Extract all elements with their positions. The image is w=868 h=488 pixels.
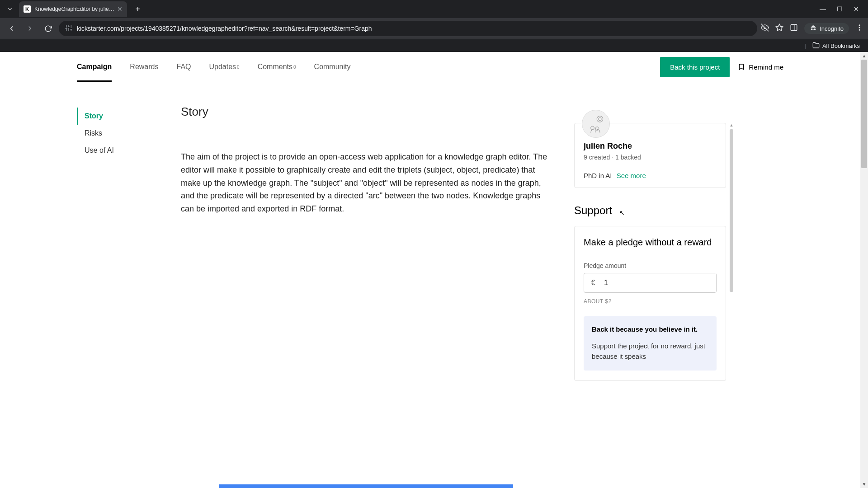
page: Campaign Rewards FAQ Updates0 Comments0 … <box>0 52 868 488</box>
bookmarks-bar: | All Bookmarks <box>0 39 868 52</box>
back-project-button[interactable]: Back this project <box>660 57 730 77</box>
sidebar-item-story[interactable]: Story <box>77 108 158 125</box>
tab-comments[interactable]: Comments0 <box>258 52 296 82</box>
media-progress-bar <box>219 484 513 488</box>
maximize-icon[interactable]: ☐ <box>837 5 843 13</box>
svg-point-16 <box>597 116 603 122</box>
window-controls: ― ☐ ✕ <box>820 5 868 13</box>
pledge-info-box: Back it because you believe in it. Suppo… <box>584 316 717 371</box>
url-text: kickstarter.com/projects/1940385271/know… <box>77 25 751 32</box>
close-window-icon[interactable]: ✕ <box>854 5 859 13</box>
side-panel-icon[interactable] <box>790 23 798 33</box>
forward-nav-button[interactable] <box>23 21 37 36</box>
tab-faq[interactable]: FAQ <box>176 52 191 82</box>
svg-point-13 <box>859 24 860 26</box>
creator-bio-text: PhD in AI <box>584 172 612 179</box>
see-more-link[interactable]: See more <box>617 172 646 179</box>
site-settings-icon[interactable] <box>65 24 72 33</box>
pledge-title: Make a pledge without a reward <box>584 236 717 249</box>
svg-rect-11 <box>791 24 797 31</box>
back-nav-button[interactable] <box>5 21 19 36</box>
sidebar-item-risks[interactable]: Risks <box>77 125 158 142</box>
creator-stats: 9 created · 1 backed <box>584 154 717 161</box>
scroll-up-icon[interactable]: ▲ <box>729 123 734 129</box>
comments-count: 0 <box>293 65 296 70</box>
page-scroll-thumb[interactable] <box>861 60 867 168</box>
project-actions: Back this project Remind me <box>660 57 783 77</box>
scroll-thumb[interactable] <box>730 129 733 292</box>
creator-card: julien Roche 9 created · 1 backed PhD in… <box>574 123 726 188</box>
story-sidebar: Story Risks Use of AI <box>77 105 158 381</box>
reload-button[interactable] <box>41 21 55 36</box>
minimize-icon[interactable]: ― <box>820 5 826 13</box>
svg-point-18 <box>591 126 594 130</box>
svg-point-14 <box>859 27 860 28</box>
story-column: Story The aim of the project is to provi… <box>181 105 552 381</box>
pledge-about: ABOUT $2 <box>584 298 717 305</box>
tracking-icon[interactable] <box>761 23 769 33</box>
folder-icon <box>812 42 820 50</box>
browser-chrome: K KnowledgeGraphEditor by julie… ✕ + ― ☐… <box>0 0 868 52</box>
url-input[interactable]: kickstarter.com/projects/1940385271/know… <box>59 21 757 36</box>
pledge-amount-input[interactable] <box>602 273 716 292</box>
project-nav: Campaign Rewards FAQ Updates0 Comments0 … <box>0 52 860 82</box>
browser-tab[interactable]: K KnowledgeGraphEditor by julie… ✕ <box>19 1 127 17</box>
pledge-info-title: Back it because you believe in it. <box>592 325 708 333</box>
tab-community[interactable]: Community <box>314 52 351 82</box>
creator-name: julien Roche <box>584 141 717 151</box>
tab-search-dropdown[interactable] <box>4 3 16 15</box>
remind-label: Remind me <box>749 63 783 71</box>
bookmark-star-icon[interactable] <box>775 23 783 33</box>
tab-close-icon[interactable]: ✕ <box>117 5 123 13</box>
new-tab-button[interactable]: + <box>132 5 144 14</box>
incognito-label: Incognito <box>820 25 844 32</box>
right-column-scrollbar[interactable]: ▲ <box>729 123 734 381</box>
pledge-amount-label: Pledge amount <box>584 262 717 269</box>
page-scroll-up-icon[interactable]: ▲ <box>860 52 868 60</box>
story-body: The aim of the project is to provide an … <box>181 150 552 216</box>
svg-point-17 <box>599 118 601 121</box>
bookmark-icon <box>738 63 745 70</box>
support-heading: Support <box>574 204 726 217</box>
all-bookmarks-link[interactable]: All Bookmarks <box>822 42 860 49</box>
tab-updates[interactable]: Updates0 <box>209 52 240 82</box>
project-tabs: Campaign Rewards FAQ Updates0 Comments0 … <box>77 52 350 82</box>
chrome-menu-icon[interactable] <box>855 23 863 33</box>
story-heading: Story <box>181 105 552 119</box>
pledge-card: Make a pledge without a reward Pledge am… <box>574 226 726 381</box>
tab-rewards[interactable]: Rewards <box>130 52 158 82</box>
creator-bio: PhD in AI See more <box>584 172 717 179</box>
svg-marker-10 <box>776 24 783 31</box>
remind-me-button[interactable]: Remind me <box>738 63 783 71</box>
pledge-currency: € <box>584 279 602 287</box>
pledge-input-group: € <box>584 273 717 293</box>
pledge-info-body: Support the project for no reward, just … <box>592 341 708 361</box>
updates-count: 0 <box>237 65 240 70</box>
tab-campaign[interactable]: Campaign <box>77 52 112 82</box>
sidebar-item-use-of-ai[interactable]: Use of AI <box>77 142 158 159</box>
tab-strip: K KnowledgeGraphEditor by julie… ✕ + ― ☐… <box>0 0 868 18</box>
tab-favicon: K <box>24 5 31 13</box>
incognito-icon <box>810 25 817 32</box>
page-scroll-down-icon[interactable]: ▼ <box>860 480 868 488</box>
content-wrap: Story Risks Use of AI Story The aim of t… <box>0 82 860 381</box>
address-bar-actions: Incognito <box>761 23 863 34</box>
svg-point-15 <box>859 29 860 31</box>
right-column: julien Roche 9 created · 1 backed PhD in… <box>574 105 732 381</box>
address-bar: kickstarter.com/projects/1940385271/know… <box>0 18 868 39</box>
page-scrollbar[interactable]: ▲ ▼ <box>860 52 868 488</box>
tab-title: KnowledgeGraphEditor by julie… <box>34 6 114 12</box>
incognito-badge[interactable]: Incognito <box>804 23 849 34</box>
creator-avatar[interactable] <box>582 110 610 138</box>
